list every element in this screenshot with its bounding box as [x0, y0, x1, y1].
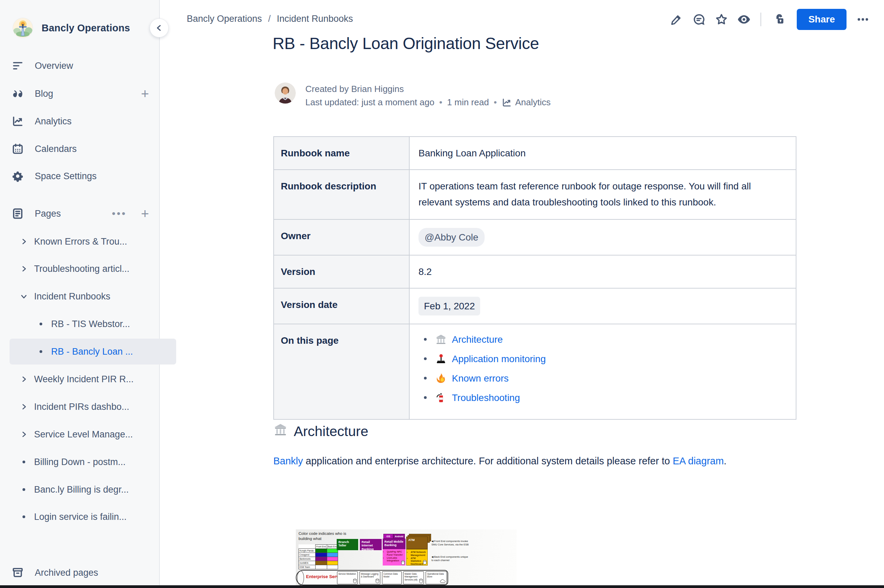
sidebar-page-rb-bancly-loan-selected[interactable]: RB - Bancly Loan ... [9, 339, 176, 364]
toolbar-divider [760, 13, 761, 26]
database-cylinder-icon [419, 579, 423, 583]
sidebar-section-pages[interactable]: Pages ••• + [0, 200, 165, 227]
comment-icon[interactable] [689, 10, 708, 29]
breadcrumb-space[interactable]: Bancly Operations [187, 14, 262, 24]
diagram-box-branch-teller: Branch Teller [337, 539, 358, 550]
table-row: Version 8.2 [274, 255, 796, 288]
chevron-right-icon[interactable] [19, 238, 29, 245]
bankly-link[interactable]: Bankly [273, 456, 303, 466]
confluence-app: Bancly Operations Overview Blog + Analyt… [0, 0, 884, 588]
analytics-chart-icon [502, 98, 512, 108]
more-ellipsis-icon[interactable] [853, 10, 872, 29]
sidebar-page-known-errors[interactable]: Known Errors & Trou... [0, 228, 173, 255]
cloud-icon [440, 579, 446, 583]
chevron-right-icon[interactable] [19, 403, 29, 411]
sidebar-page-incident-runbooks[interactable]: Incident Runbooks [0, 283, 173, 310]
sidebar-page-login-service[interactable]: Login service is failin... [0, 503, 173, 530]
row-label: Owner [274, 219, 409, 255]
esb-service-operational-data-store: Operational Data Store [426, 571, 447, 584]
add-page-icon[interactable]: + [141, 207, 149, 220]
archive-box-icon [11, 567, 24, 579]
byline-read-time: 1 min read [447, 96, 489, 109]
classical-building-icon [435, 333, 447, 345]
share-button[interactable]: Share [797, 9, 846, 30]
sidebar-item-blog[interactable]: Blog + [0, 80, 165, 107]
esb-service-message-logging: Message Logging & Dashboard [360, 571, 380, 584]
add-blog-icon[interactable]: + [141, 87, 149, 100]
edit-pencil-icon[interactable] [667, 10, 686, 29]
sidebar: Bancly Operations Overview Blog + Analyt… [0, 0, 160, 585]
diagram-annotation-back-end: ◀ Back End components unique to each cha… [431, 555, 470, 562]
overview-icon [11, 60, 24, 72]
bullet-icon [19, 488, 29, 491]
byline-analytics-button[interactable]: Analytics [502, 96, 551, 109]
joystick-icon [435, 352, 447, 365]
sidebar-item-calendars[interactable]: Calendars [0, 135, 165, 162]
row-value: IT operations team fast reference runboo… [409, 170, 796, 219]
sidebar-page-rb-tis[interactable]: RB - TIS Webstor... [0, 310, 191, 338]
breadcrumb: Bancly Operations / Incident Runbooks [187, 14, 353, 24]
row-value: Banking Loan Application [409, 136, 796, 170]
fire-extinguisher-icon [435, 392, 447, 404]
toc-link-architecture[interactable]: Architecture [452, 332, 503, 348]
chevron-right-icon[interactable] [19, 375, 29, 383]
sidebar-page-billing-down[interactable]: Billing Down - postm... [0, 448, 173, 476]
star-icon[interactable] [712, 10, 731, 29]
bullet-icon [19, 515, 29, 518]
diagram-box-atm: ATM [406, 537, 428, 549]
ea-diagram-link[interactable]: EA diagram [673, 456, 724, 466]
space-header[interactable]: Bancly Operations [0, 14, 130, 42]
analytics-chart-icon [11, 115, 24, 128]
unlock-icon[interactable] [770, 10, 789, 29]
toc-link-application-monitoring[interactable]: Application monitoring [452, 351, 546, 367]
sidebar-page-incident-pirs[interactable]: Incident PIRs dashbo... [0, 393, 173, 420]
list-item: Architecture [424, 333, 787, 345]
sidebar-collapse-button[interactable] [150, 18, 169, 38]
user-mention[interactable]: @Abby Cole [419, 228, 485, 247]
database-cylinder-icon [423, 560, 427, 564]
sidebar-item-analytics[interactable]: Analytics [0, 108, 165, 135]
row-label: Version date [274, 288, 409, 324]
toc-link-known-errors[interactable]: Known errors [452, 370, 509, 386]
table-row: Runbook name Banking Loan Application [274, 136, 796, 170]
byline: Created by Brian Higgins Last updated: j… [275, 82, 551, 109]
esb-service-mediation: Service Mediation [337, 571, 358, 584]
byline-created: Created by Brian Higgins [305, 82, 551, 96]
esb-service-master-data: Master Data Management Services (x8) [403, 571, 424, 584]
sidebar-item-overview[interactable]: Overview [0, 52, 165, 80]
diagram-box-atm-body: ATM Network ManagementATM Statistics Das… [406, 549, 428, 566]
sidebar-page-weekly-pir[interactable]: Weekly Incident PIR R... [0, 366, 173, 393]
sidebar-page-troubleshooting[interactable]: Troubleshooting articl... [0, 255, 173, 282]
database-cylinder-icon [401, 560, 405, 565]
date-lozenge[interactable]: Feb 1, 2022 [419, 297, 480, 315]
chevron-right-icon[interactable] [19, 265, 29, 273]
bullet-icon [36, 350, 46, 353]
diagram-box-retail-internet-banking: Retail Internet Banking [360, 539, 382, 550]
esb-cap [297, 571, 304, 585]
table-row: On this page Architecture [274, 324, 796, 419]
breadcrumb-parent[interactable]: Incident Runbooks [277, 14, 353, 24]
chevron-right-icon[interactable] [19, 430, 29, 438]
row-value: 8.2 [409, 255, 796, 288]
byline-updated[interactable]: Last updated: just a moment ago [305, 96, 435, 109]
space-logo-icon [13, 18, 33, 38]
classical-building-icon [273, 422, 288, 440]
list-item: Application monitoring [424, 352, 787, 365]
breadcrumb-separator: / [268, 14, 271, 24]
diagram-box-retail-mobile-body: QuikPay NFC Fund TransferLiveLabs Integr… [383, 549, 405, 566]
row-label: Version [274, 255, 409, 288]
chevron-down-icon[interactable] [19, 292, 29, 300]
architecture-diagram-image[interactable]: Color code indicates who is building wha… [296, 530, 516, 585]
bullet-icon [36, 322, 46, 326]
pages-more-icon[interactable]: ••• [112, 208, 127, 219]
toc-link-troubleshooting[interactable]: Troubleshooting [452, 390, 520, 406]
sidebar-item-space-settings[interactable]: Space Settings [0, 162, 165, 190]
database-cylinder-icon [375, 579, 379, 583]
watch-eye-icon[interactable] [734, 10, 753, 29]
diagram-tabs: iOS Android [383, 534, 405, 538]
quote-icon [11, 88, 24, 99]
sidebar-item-archived-pages[interactable]: Archived pages [0, 559, 165, 586]
sidebar-page-bancly-billing[interactable]: Banc.ly Billing is degr... [0, 476, 173, 503]
architecture-heading: Architecture [273, 422, 368, 440]
sidebar-page-slm[interactable]: Service Level Manage... [0, 421, 173, 448]
